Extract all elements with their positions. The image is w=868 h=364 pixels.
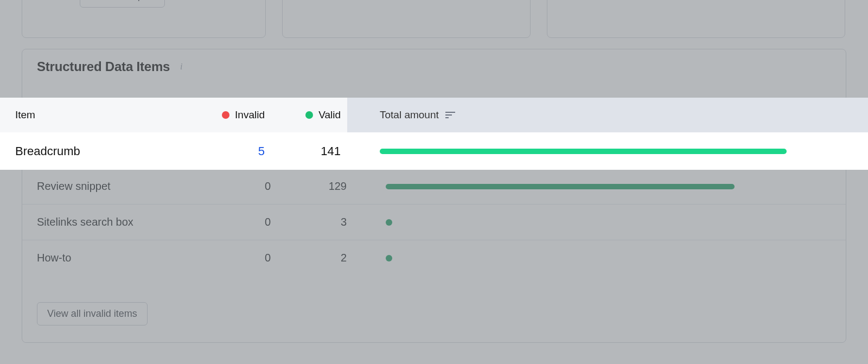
column-header-total[interactable]: Total amount <box>347 98 868 132</box>
highlighted-strip: Item Invalid Valid Total amount Breadcru… <box>0 98 868 170</box>
cell-total-bar <box>353 256 846 261</box>
table-header-row: Item Invalid Valid Total amount <box>0 98 868 132</box>
bar-fill <box>386 184 735 189</box>
column-header-valid[interactable]: Valid <box>271 109 347 121</box>
table-row[interactable]: Sitelinks search box03 <box>22 204 846 240</box>
cell-total-bar <box>347 149 868 154</box>
column-header-total-label: Total amount <box>380 109 439 121</box>
bar-fill <box>380 149 787 154</box>
cell-invalid-count: 0 <box>207 180 277 193</box>
sort-desc-icon <box>445 111 455 119</box>
dimmed-background-layer: View full report Structured Data Items i… <box>0 0 868 364</box>
cell-item-name: Sitelinks search box <box>22 216 207 228</box>
table-row[interactable]: Review snippet0129 <box>22 168 846 204</box>
cell-item-name: Review snippet <box>22 180 207 193</box>
valid-dot-icon <box>305 111 313 119</box>
table-row[interactable]: How-to02 <box>22 240 846 276</box>
cell-valid-count: 2 <box>277 252 353 264</box>
bar-dot <box>386 219 392 226</box>
cell-item-name: How-to <box>22 252 207 264</box>
invalid-dot-icon <box>222 111 229 119</box>
cell-total-bar <box>353 184 846 189</box>
summary-card <box>547 0 845 38</box>
cell-invalid-count: 0 <box>207 252 277 264</box>
cell-valid-count: 141 <box>271 144 347 158</box>
summary-card <box>282 0 531 38</box>
cell-invalid-count: 0 <box>207 216 277 228</box>
column-header-invalid-label: Invalid <box>235 109 265 121</box>
cell-valid-count: 3 <box>277 216 353 228</box>
info-icon[interactable]: i <box>176 62 186 72</box>
summary-card: View full report <box>22 0 266 38</box>
column-header-invalid[interactable]: Invalid <box>201 109 271 121</box>
column-header-item[interactable]: Item <box>0 109 201 121</box>
cell-total-bar <box>353 220 846 225</box>
column-header-valid-label: Valid <box>318 109 341 121</box>
view-all-invalid-items-button[interactable]: View all invalid items <box>37 302 148 325</box>
cell-item-name: Breadcrumb <box>0 144 201 158</box>
view-full-report-button[interactable]: View full report <box>80 0 165 8</box>
section-heading-wrap: Structured Data Items i <box>37 59 186 74</box>
cell-invalid-count[interactable]: 5 <box>201 144 271 158</box>
section-title: Structured Data Items <box>37 59 170 74</box>
cell-valid-count: 129 <box>277 180 353 193</box>
bar-dot <box>386 255 392 261</box>
table-row[interactable]: Breadcrumb 5 141 <box>0 132 868 170</box>
